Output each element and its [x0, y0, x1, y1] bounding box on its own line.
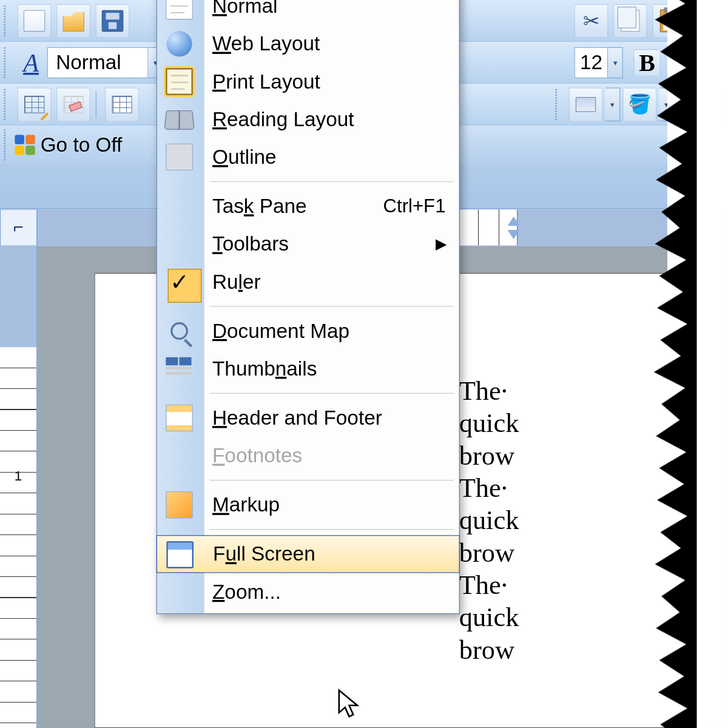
cut-scissors-icon[interactable]: ✂: [575, 4, 608, 38]
menu-item-ruler[interactable]: ✓ Ruler: [157, 263, 459, 300]
bold-button[interactable]: B: [633, 49, 660, 76]
thumbnails-icon: [164, 354, 195, 383]
toolbar-grip[interactable]: [4, 47, 11, 78]
markup-icon: [164, 490, 195, 520]
menu-item-zoom[interactable]: Zoom...: [157, 573, 459, 610]
font-size-dropdown-caret-icon[interactable]: ▾: [608, 47, 622, 78]
go-to-office-link[interactable]: Go to Off: [41, 133, 123, 157]
menu-item-task-pane[interactable]: Task Pane Ctrl+F1: [157, 187, 459, 225]
header-footer-icon: [164, 403, 195, 433]
menu-item-markup[interactable]: Markup: [157, 486, 459, 524]
reading-layout-icon: [164, 104, 195, 134]
margin-marker-icon[interactable]: [505, 217, 522, 240]
new-document-icon[interactable]: [18, 4, 52, 38]
open-folder-icon[interactable]: [56, 4, 90, 38]
font-size-input[interactable]: 12: [575, 47, 608, 78]
menu-separator: [210, 480, 454, 480]
menu-item-header-footer[interactable]: Header and Footer: [157, 399, 459, 437]
torn-edge-decoration: [667, 0, 728, 728]
insert-table-icon[interactable]: [105, 87, 139, 121]
full-screen-icon: [164, 540, 195, 570]
ruler-number: 1: [15, 468, 22, 484]
menu-item-thumbnails[interactable]: Thumbnails: [157, 350, 459, 388]
style-selector[interactable]: Normal: [47, 47, 149, 78]
menu-item-normal[interactable]: Normal: [157, 0, 459, 25]
document-map-icon: [164, 316, 195, 346]
erase-table-icon[interactable]: [56, 87, 90, 121]
ruler-check-icon: ✓: [164, 267, 195, 297]
normal-view-icon: [164, 0, 195, 21]
menu-separator: [210, 529, 454, 530]
menu-item-toolbars[interactable]: Toolbars ▶: [157, 225, 459, 263]
toolbar-grip[interactable]: [4, 129, 11, 160]
tab-selector[interactable]: ⌐: [0, 209, 37, 246]
menu-item-print-layout[interactable]: Print Layout: [157, 62, 459, 100]
shortcut-label: Ctrl+F1: [383, 195, 446, 217]
style-selector-text: Normal: [56, 51, 121, 74]
menu-item-full-screen[interactable]: Full Screen: [157, 535, 460, 573]
document-text: The· quick brow The· quick brow The· qui…: [459, 375, 519, 666]
toolbar-grip[interactable]: [4, 89, 11, 120]
fill-color-bucket-icon[interactable]: 🪣: [623, 87, 657, 121]
toolbar-grip[interactable]: [4, 5, 11, 36]
toolbar-grip[interactable]: [556, 89, 562, 120]
menu-item-reading-layout[interactable]: Reading Layout: [157, 101, 459, 138]
vertical-ruler[interactable]: 1: [0, 246, 37, 728]
insert-cells-dropdown-icon[interactable]: ▾: [605, 87, 620, 121]
menu-separator: [210, 306, 454, 306]
menu-item-web-layout[interactable]: Web Layout: [157, 25, 459, 62]
menu-separator: [210, 181, 454, 182]
menu-separator: [210, 393, 454, 394]
submenu-arrow-icon: ▶: [436, 235, 447, 253]
application-window: ✂ 🖌 A Normal: [0, 0, 728, 728]
menu-item-footnotes: Footnotes: [157, 437, 459, 474]
menu-item-document-map[interactable]: Document Map: [157, 312, 459, 349]
save-disk-icon[interactable]: [96, 4, 130, 38]
outline-icon: [164, 142, 195, 172]
styles-icon[interactable]: A: [15, 47, 47, 77]
draw-table-icon[interactable]: [18, 87, 52, 121]
copy-icon[interactable]: [613, 4, 647, 38]
web-layout-icon: [164, 29, 195, 59]
insert-cells-icon[interactable]: [569, 87, 603, 121]
view-menu: Normal Web Layout Print Layout Reading L…: [157, 0, 460, 614]
print-layout-icon: [164, 67, 195, 96]
menu-item-outline[interactable]: Outline: [157, 138, 459, 176]
office-logo-icon: [15, 135, 35, 155]
